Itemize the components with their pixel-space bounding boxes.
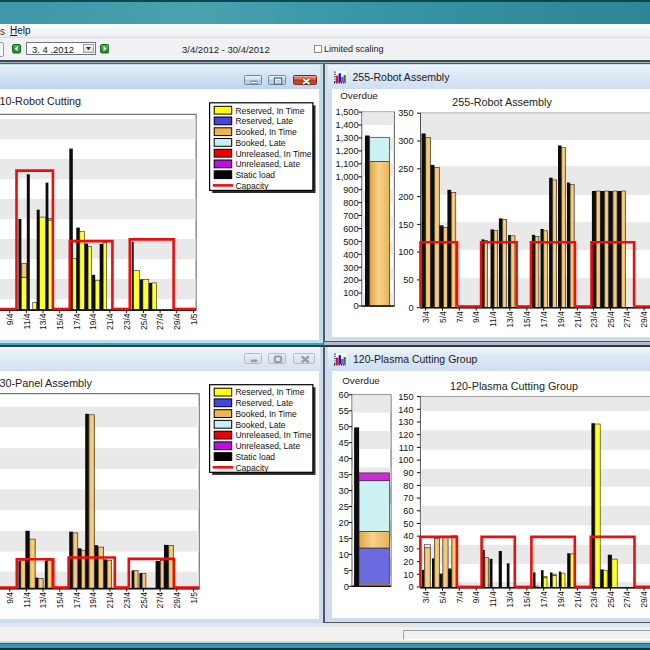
svg-text:13/4: 13/4 xyxy=(505,311,515,328)
svg-text:120-Plasma Cutting Group: 120-Plasma Cutting Group xyxy=(450,380,578,392)
svg-text:21/4: 21/4 xyxy=(573,591,583,608)
svg-text:29/4: 29/4 xyxy=(639,591,649,608)
svg-text:Static load: Static load xyxy=(235,170,275,180)
svg-text:25: 25 xyxy=(339,502,349,512)
svg-text:200: 200 xyxy=(343,275,358,285)
svg-text:1,100: 1,100 xyxy=(336,159,359,169)
svg-text:10-Robot Cutting: 10-Robot Cutting xyxy=(0,95,81,107)
svg-text:17/4: 17/4 xyxy=(72,592,82,609)
svg-text:1,200: 1,200 xyxy=(336,146,359,156)
svg-text:9/4: 9/4 xyxy=(5,313,15,325)
svg-text:30-Panel Assembly: 30-Panel Assembly xyxy=(0,377,93,389)
svg-text:27/4: 27/4 xyxy=(622,591,632,608)
svg-text:Reserved, Late: Reserved, Late xyxy=(235,398,293,408)
svg-text:11/4: 11/4 xyxy=(22,313,32,329)
svg-text:Booked, Late: Booked, Late xyxy=(235,420,285,430)
svg-text:130: 130 xyxy=(398,417,413,427)
svg-text:21/4: 21/4 xyxy=(573,311,583,328)
svg-text:19/4: 19/4 xyxy=(556,591,566,608)
svg-text:120: 120 xyxy=(398,430,413,440)
svg-text:7/4: 7/4 xyxy=(455,311,465,323)
svg-text:17/4: 17/4 xyxy=(539,311,549,328)
svg-text:21/4: 21/4 xyxy=(105,592,115,609)
svg-text:27/4: 27/4 xyxy=(155,313,165,330)
svg-text:23/4: 23/4 xyxy=(122,313,132,330)
svg-text:900: 900 xyxy=(343,185,358,195)
svg-text:0: 0 xyxy=(344,582,349,592)
svg-text:1,000: 1,000 xyxy=(336,172,359,182)
svg-text:140: 140 xyxy=(398,405,413,415)
svg-text:Booked, Late: Booked, Late xyxy=(235,138,285,148)
svg-text:5/4: 5/4 xyxy=(438,311,448,323)
svg-text:Booked, In Time: Booked, In Time xyxy=(235,409,297,419)
svg-text:23/4: 23/4 xyxy=(589,311,599,328)
svg-text:21/4: 21/4 xyxy=(105,313,115,330)
svg-text:9/4: 9/4 xyxy=(5,592,15,604)
svg-text:11/4: 11/4 xyxy=(22,592,32,608)
svg-text:17/4: 17/4 xyxy=(539,591,549,608)
svg-text:Capacity: Capacity xyxy=(235,463,269,473)
svg-text:Unreleased, Late: Unreleased, Late xyxy=(235,441,300,451)
svg-text:29/4: 29/4 xyxy=(172,592,182,609)
svg-text:70: 70 xyxy=(403,493,413,503)
svg-text:1/5: 1/5 xyxy=(189,313,199,325)
svg-text:20: 20 xyxy=(403,557,413,567)
svg-text:Unreleased, In Time: Unreleased, In Time xyxy=(235,149,311,159)
svg-text:25/4: 25/4 xyxy=(606,591,616,608)
svg-text:15/4: 15/4 xyxy=(55,592,65,609)
svg-text:10: 10 xyxy=(339,550,349,560)
svg-text:300: 300 xyxy=(343,263,358,273)
svg-text:50: 50 xyxy=(403,275,413,285)
svg-text:9/4: 9/4 xyxy=(471,591,481,603)
svg-text:250: 250 xyxy=(398,164,413,174)
svg-text:400: 400 xyxy=(343,250,358,260)
svg-text:0: 0 xyxy=(353,301,358,311)
svg-text:23/4: 23/4 xyxy=(122,592,132,609)
svg-text:3/4: 3/4 xyxy=(421,591,431,603)
svg-text:15/4: 15/4 xyxy=(522,311,532,328)
svg-text:150: 150 xyxy=(398,220,413,230)
svg-text:9/4: 9/4 xyxy=(471,311,481,323)
svg-text:60: 60 xyxy=(403,506,413,516)
svg-text:17/4: 17/4 xyxy=(72,313,82,330)
svg-text:19/4: 19/4 xyxy=(556,311,566,328)
svg-text:255-Robot Assembly: 255-Robot Assembly xyxy=(452,96,552,108)
svg-text:1/5: 1/5 xyxy=(189,592,199,604)
svg-text:100: 100 xyxy=(398,247,413,257)
svg-text:Overdue: Overdue xyxy=(342,375,380,386)
svg-text:700: 700 xyxy=(343,211,358,221)
svg-text:30: 30 xyxy=(339,486,349,496)
svg-text:5: 5 xyxy=(344,566,349,576)
svg-text:10: 10 xyxy=(403,570,413,580)
svg-text:19/4: 19/4 xyxy=(88,313,98,330)
svg-text:30: 30 xyxy=(403,544,413,554)
svg-text:7/4: 7/4 xyxy=(455,591,465,603)
svg-text:200: 200 xyxy=(398,192,413,202)
svg-text:40: 40 xyxy=(339,454,349,464)
svg-text:0: 0 xyxy=(408,582,413,592)
svg-text:350: 350 xyxy=(398,108,413,118)
svg-text:50: 50 xyxy=(403,519,413,529)
svg-text:1,300: 1,300 xyxy=(336,133,359,143)
svg-text:0: 0 xyxy=(408,303,413,313)
svg-text:Reserved, In Time: Reserved, In Time xyxy=(235,106,304,116)
svg-text:1,500: 1,500 xyxy=(336,107,359,117)
svg-text:500: 500 xyxy=(343,237,358,247)
svg-text:Booked, In Time: Booked, In Time xyxy=(235,127,297,137)
svg-text:27/4: 27/4 xyxy=(622,311,632,328)
svg-text:25/4: 25/4 xyxy=(606,311,616,328)
svg-text:110: 110 xyxy=(399,443,414,453)
svg-text:13/4: 13/4 xyxy=(38,313,48,330)
svg-text:35: 35 xyxy=(339,470,349,480)
svg-text:45: 45 xyxy=(339,438,349,448)
svg-text:15/4: 15/4 xyxy=(522,591,532,608)
svg-text:100: 100 xyxy=(398,455,413,465)
svg-text:1,400: 1,400 xyxy=(336,120,359,130)
svg-text:25/4: 25/4 xyxy=(139,592,149,609)
svg-text:55: 55 xyxy=(339,406,349,416)
svg-text:25/4: 25/4 xyxy=(139,313,149,330)
svg-text:Reserved, In Time: Reserved, In Time xyxy=(235,387,304,397)
svg-text:600: 600 xyxy=(343,224,358,234)
svg-text:50: 50 xyxy=(339,422,349,432)
svg-text:19/4: 19/4 xyxy=(88,592,98,609)
